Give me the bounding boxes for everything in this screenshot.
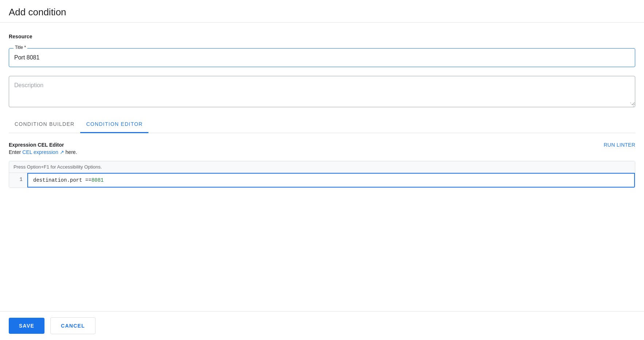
cancel-button[interactable]: CANCEL bbox=[50, 317, 96, 334]
description-input[interactable] bbox=[9, 76, 635, 105]
tabs-container: CONDITION BUILDER CONDITION EDITOR bbox=[9, 116, 635, 133]
description-prefix: Enter bbox=[9, 149, 22, 155]
external-link-icon: ↗ bbox=[60, 149, 64, 155]
code-line-1[interactable]: destination.port == 8081 bbox=[27, 173, 635, 188]
title-field-label: Title * bbox=[13, 45, 27, 50]
code-editor[interactable]: 1 destination.port == 8081 bbox=[9, 173, 635, 188]
expression-header: Expression CEL Editor Enter CEL expressi… bbox=[9, 142, 635, 155]
resize-handle: ⋱ bbox=[630, 102, 634, 106]
title-input-container: Title * bbox=[9, 48, 635, 67]
page-title: Add condition bbox=[9, 7, 635, 18]
code-text-normal: destination.port == bbox=[33, 177, 92, 183]
run-linter-button[interactable]: RUN LINTER bbox=[604, 142, 635, 148]
line-number-1: 1 bbox=[13, 177, 23, 182]
page-container: Add condition Resource Title * ⋱ CONDITI… bbox=[0, 0, 644, 340]
title-input[interactable] bbox=[9, 49, 635, 67]
tab-condition-editor[interactable]: CONDITION EDITOR bbox=[80, 116, 148, 133]
resource-section: Resource bbox=[9, 34, 635, 39]
description-input-container: ⋱ bbox=[9, 76, 635, 107]
description-field-group: ⋱ bbox=[9, 76, 635, 107]
title-field-group: Title * bbox=[9, 48, 635, 67]
expression-section: Expression CEL Editor Enter CEL expressi… bbox=[9, 142, 635, 155]
tab-condition-builder[interactable]: CONDITION BUILDER bbox=[9, 116, 80, 133]
header: Add condition bbox=[0, 0, 644, 23]
cel-link-text: CEL expression bbox=[22, 149, 58, 155]
code-editor-wrapper: Press Option+F1 for Accessibility Option… bbox=[9, 161, 635, 188]
save-button[interactable]: SAVE bbox=[9, 318, 44, 334]
expression-description: Enter CEL expression ↗ here. bbox=[9, 149, 77, 155]
description-suffix: here. bbox=[64, 149, 77, 155]
content-area: Resource Title * ⋱ CONDITION BUILDER CON… bbox=[0, 23, 644, 340]
resource-label: Resource bbox=[9, 34, 635, 39]
code-text-number: 8081 bbox=[92, 177, 104, 183]
cel-expression-link[interactable]: CEL expression ↗ bbox=[22, 149, 64, 155]
accessibility-hint: Press Option+F1 for Accessibility Option… bbox=[9, 161, 635, 173]
line-numbers: 1 bbox=[9, 173, 27, 188]
expression-title: Expression CEL Editor bbox=[9, 142, 77, 148]
expression-header-left: Expression CEL Editor Enter CEL expressi… bbox=[9, 142, 77, 155]
footer: SAVE CANCEL bbox=[0, 311, 644, 340]
